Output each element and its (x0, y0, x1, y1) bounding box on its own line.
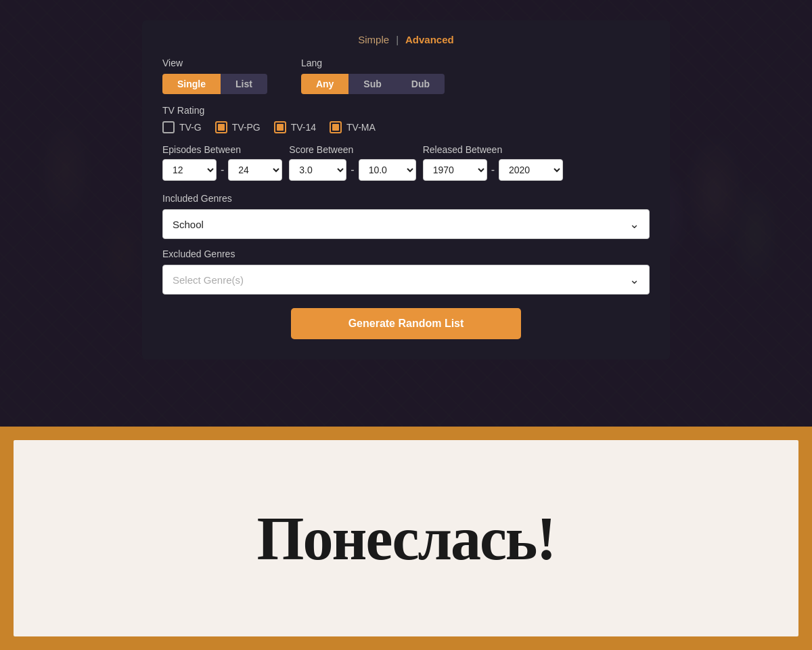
rating-tv-g[interactable]: TV-G (162, 121, 202, 133)
released-group: Released Between 1960 1970 1980 1990 200… (423, 144, 563, 181)
released-label: Released Between (423, 144, 563, 155)
lang-sub-btn[interactable]: Sub (348, 74, 396, 94)
form-panel: Simple | Advanced View Single List Lang … (142, 20, 670, 360)
rating-tv-pg[interactable]: TV-PG (215, 121, 261, 133)
view-list-btn[interactable]: List (221, 74, 267, 94)
tv-ma-checkbox[interactable] (330, 121, 342, 133)
tv-pg-label: TV-PG (232, 122, 261, 133)
released-min-select[interactable]: 1960 1970 1980 1990 2000 (423, 159, 487, 181)
excluded-genres-placeholder: Select Genre(s) (173, 274, 244, 286)
rating-tv-ma[interactable]: TV-MA (330, 121, 376, 133)
tv-ma-label: TV-MA (346, 122, 376, 133)
tv-rating-label: TV Rating (162, 105, 650, 116)
tv-g-checkbox[interactable] (162, 121, 175, 133)
view-lang-row: View Single List Lang Any Sub Dub (162, 58, 650, 94)
included-genres-value: School (173, 219, 204, 230)
included-genres-label: Included Genres (162, 193, 650, 204)
view-toggle-group: Single List (162, 74, 267, 94)
episodes-range: 1 6 12 24 50 - 12 24 50 100 (162, 159, 282, 181)
score-max-select[interactable]: 7.0 8.0 9.0 10.0 (359, 159, 416, 181)
included-genres-chevron-icon: ⌄ (629, 217, 639, 232)
rating-row: TV-G TV-PG TV-14 TV-MA (162, 121, 650, 133)
score-range: 1.0 2.0 3.0 4.0 5.0 - 7.0 8.0 9.0 10.0 (289, 159, 415, 181)
excluded-genres-section: Excluded Genres Select Genre(s) ⌄ (162, 248, 650, 295)
lang-label: Lang (301, 58, 445, 68)
episodes-dash: - (221, 164, 224, 176)
released-range: 1960 1970 1980 1990 2000 - 2000 2005 201… (423, 159, 563, 181)
included-genres-section: Included Genres School ⌄ (162, 193, 650, 239)
tv-rating-section: TV Rating TV-G TV-PG TV-14 TV-MA (162, 105, 650, 133)
score-min-select[interactable]: 1.0 2.0 3.0 4.0 5.0 (289, 159, 346, 181)
russian-heading: Понеслась! (257, 504, 556, 573)
released-dash: - (491, 164, 495, 176)
excluded-genres-dropdown[interactable]: Select Genre(s) ⌄ (162, 265, 650, 295)
view-single-btn[interactable]: Single (162, 74, 221, 94)
excluded-genres-chevron-icon: ⌄ (629, 272, 639, 287)
episodes-group: Episodes Between 1 6 12 24 50 - 12 24 50 (162, 144, 282, 181)
simple-mode-btn[interactable]: Simple (358, 34, 389, 45)
tv-14-label: TV-14 (291, 122, 316, 133)
score-label: Score Between (289, 144, 415, 155)
lang-toggle-group: Any Sub Dub (301, 74, 445, 94)
rating-tv-14[interactable]: TV-14 (274, 121, 316, 133)
lang-dub-btn[interactable]: Dub (397, 74, 445, 94)
advanced-mode-btn[interactable]: Advanced (405, 34, 454, 45)
bottom-inner: Понеслась! (14, 440, 798, 636)
view-section: View Single List (162, 58, 267, 94)
episodes-label: Episodes Between (162, 144, 282, 155)
generate-button[interactable]: Generate Random List (291, 308, 521, 339)
bottom-section: Понеслась! (0, 427, 812, 650)
top-section: Simple | Advanced View Single List Lang … (0, 0, 812, 427)
episodes-min-select[interactable]: 1 6 12 24 50 (162, 159, 217, 181)
score-dash: - (351, 164, 354, 176)
tv-14-checkbox[interactable] (274, 121, 286, 133)
range-dropdowns-row: Episodes Between 1 6 12 24 50 - 12 24 50 (162, 144, 650, 181)
tv-g-label: TV-G (179, 122, 202, 133)
tv-pg-checkbox[interactable] (215, 121, 227, 133)
lang-section: Lang Any Sub Dub (301, 58, 445, 94)
episodes-max-select[interactable]: 12 24 50 100 (228, 159, 282, 181)
mode-toggle: Simple | Advanced (162, 34, 650, 45)
score-group: Score Between 1.0 2.0 3.0 4.0 5.0 - 7.0 … (289, 144, 415, 181)
lang-any-btn[interactable]: Any (301, 74, 348, 94)
excluded-genres-label: Excluded Genres (162, 248, 650, 259)
mode-separator: | (396, 34, 399, 45)
view-label: View (162, 58, 267, 68)
included-genres-dropdown[interactable]: School ⌄ (162, 209, 650, 239)
released-max-select[interactable]: 2000 2005 2010 2015 2020 (499, 159, 563, 181)
